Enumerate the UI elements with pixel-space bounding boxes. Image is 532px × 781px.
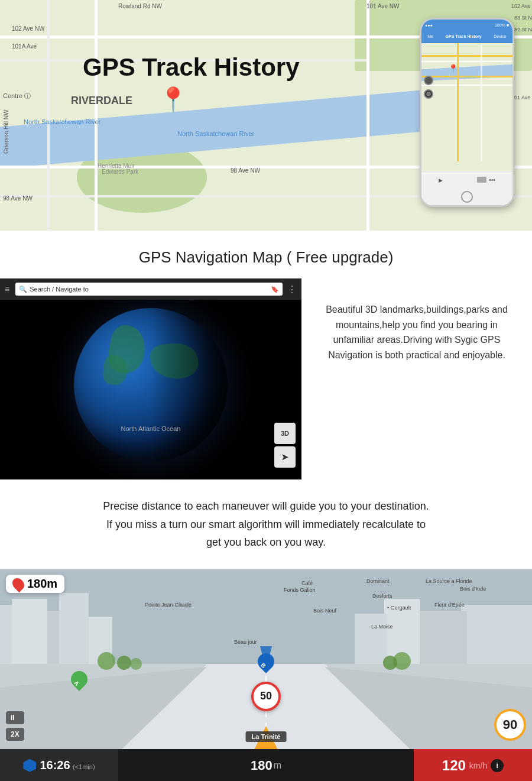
place-beau-jour: Beau jour [234, 639, 257, 645]
svg-rect-2 [12, 599, 47, 664]
svg-point-19 [383, 656, 397, 670]
place-la-moise: La Moise [371, 624, 393, 630]
bottom-distance: 180 [251, 758, 273, 773]
phone-bottom-bar: ▶ ••• [421, 171, 512, 189]
bottom-distance-unit: m [274, 760, 281, 771]
globe-container: ≡ 🔍 Search / Navigate to 🔖 ⋮ North Atlan… [0, 278, 301, 479]
nav-bottom-left: 16:26 (<1min) [0, 749, 118, 781]
maneuver-line1: Precise distance to each maneuver will g… [35, 497, 497, 516]
info-button[interactable]: i [491, 759, 504, 772]
section-heading: GPS Navigation Map ( Free upgrade) [0, 231, 532, 278]
pin-icon [10, 576, 27, 592]
navigation-screenshot: Café Fonds Galion Dominant La Source a F… [0, 569, 532, 781]
distance-badge: 180m [6, 575, 64, 593]
svg-rect-4 [59, 593, 89, 664]
bookmark-icon: 🔖 [271, 286, 279, 293]
phone-status-bar: ●●●100% ■ [421, 20, 512, 30]
ocean-label: North Atlantic Ocean [121, 425, 181, 432]
phone-nav-bar: MeGPS Track HistoryDevice [421, 30, 512, 43]
map-pin-icon: 📍 [158, 88, 188, 111]
speed-value: 120 [442, 757, 466, 774]
more-icon[interactable]: ⋮ [287, 284, 297, 295]
earth-sphere [74, 308, 228, 462]
speed-unit: km/h [469, 761, 487, 770]
maneuver-line2: If you miss a turn our smart algorithm w… [35, 516, 497, 534]
svg-point-17 [130, 658, 142, 670]
svg-rect-9 [355, 614, 387, 664]
svg-rect-7 [414, 611, 467, 664]
shield-icon [23, 759, 36, 772]
svg-rect-6 [461, 605, 532, 664]
place-pointe: Pointe Jean-Claude [145, 602, 192, 608]
zoom-button[interactable]: 2X [6, 728, 24, 741]
phone-map-area: 📍 [421, 43, 512, 171]
svg-point-15 [98, 652, 115, 670]
map-banner: Rowland Rd NW 102 Ave NW 101A Ave 101 Av… [0, 0, 532, 231]
navigate-button[interactable]: ➤ [274, 446, 296, 468]
distance-value: 180m [27, 577, 57, 591]
pause-button[interactable]: II [6, 711, 24, 724]
svg-point-16 [117, 656, 131, 670]
place-gergault: • Gergault [387, 605, 411, 611]
globe-section: ≡ 🔍 Search / Navigate to 🔖 ⋮ North Atlan… [0, 278, 532, 479]
place-bois-neuf: Bois Neuf [313, 608, 336, 614]
nav-bottom-right: 120 km/h i [414, 749, 532, 781]
globe-nav-bar: ≡ 🔍 Search / Navigate to 🔖 ⋮ [0, 278, 301, 300]
globe-description: Beautiful 3D landmarks,buildings,parks a… [301, 278, 532, 386]
nav-bottom-bar: 16:26 (<1min) 180 m 120 km/h i [0, 749, 532, 781]
globe-controls: 3D ➤ [274, 423, 296, 468]
nav-left-controls: II 2X [6, 711, 24, 741]
maneuver-line3: get you back on you way. [35, 533, 497, 552]
search-text: Search / Navigate to [30, 286, 89, 293]
search-box[interactable]: 🔍 Search / Navigate to 🔖 [15, 283, 283, 296]
hamburger-icon[interactable]: ≡ [5, 284, 9, 294]
3d-button[interactable]: 3D [274, 423, 296, 444]
location-name-label: La Trinité [246, 731, 287, 742]
map-banner-title: GPS Track History [83, 53, 300, 82]
nav-top-bar: 180m [0, 569, 532, 599]
maneuver-text: Precise distance to each maneuver will g… [0, 479, 532, 569]
phone-mockup: ●●●100% ■ MeGPS Track HistoryDevice 📍 [420, 18, 514, 207]
speed-circle: 90 [494, 709, 526, 741]
time-display: 16:26 (<1min) [40, 759, 95, 772]
speed-limit-sign: 50 [251, 682, 281, 711]
place-fleur: Fleur d'Epée [434, 602, 465, 608]
search-icon: 🔍 [19, 286, 27, 293]
phone-home-button[interactable] [461, 191, 473, 203]
nav-bottom-center: 180 m [118, 758, 414, 773]
